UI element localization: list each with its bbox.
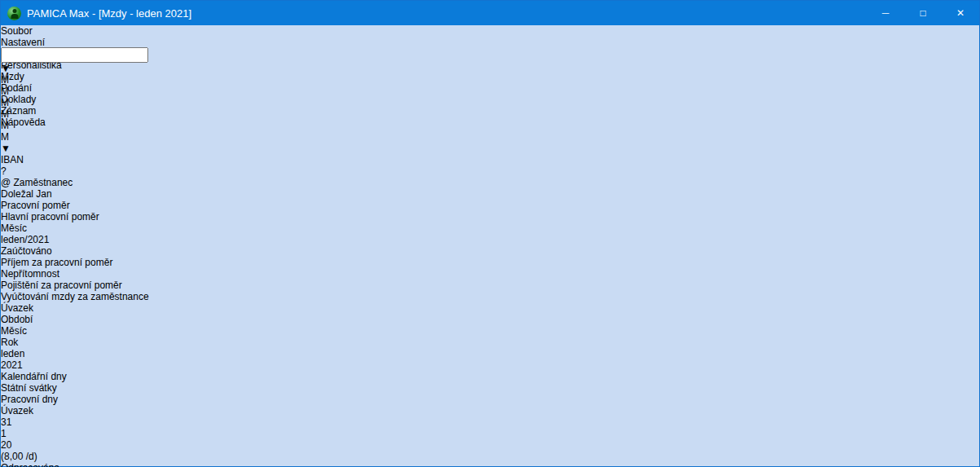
search-input[interactable] [1, 47, 148, 63]
employment-label: Pracovní poměr [1, 200, 70, 211]
field-label: Pracovní dny [1, 394, 979, 405]
agenda-mzdy-rocni-button[interactable]: M [1, 86, 979, 97]
help-cursor-icon: ? [1, 165, 7, 177]
field-label: Kalendářní dny [1, 371, 979, 382]
m-arrow-icon: M [1, 131, 9, 143]
field-value: 31 [1, 416, 979, 428]
iban-button[interactable]: IBAN [1, 154, 979, 165]
close-button[interactable]: ✕ [942, 1, 979, 25]
month-field[interactable]: leden/2021 [1, 234, 99, 245]
m-blue-icon: M [1, 108, 9, 120]
record-form: @ Zaměstnanec Doležal Jan Pracovní poměr… [1, 177, 979, 467]
agenda-vsechny-mzdy-button[interactable]: M [1, 120, 979, 131]
title-bar: PAMICA Max - [Mzdy - leden 2021] ─ □ ✕ [1, 1, 979, 25]
field-label: Rok [1, 337, 979, 348]
field-label: Státní svátky [1, 382, 979, 394]
email-at-symbol: @ [1, 177, 11, 188]
tab-prijem-za-pracovni-pomer[interactable]: Příjem za pracovní poměr [1, 257, 979, 268]
agenda-mzdy-button[interactable]: M [1, 74, 979, 86]
agenda-podani-button[interactable]: M [1, 131, 979, 143]
minimize-button[interactable]: ─ [867, 1, 904, 25]
groupbox-obdobi: Období Měsíc Rok leden 2021 Kale [1, 314, 979, 467]
field-label: Úvazek [1, 405, 979, 416]
m-red-corner-icon: M [1, 86, 9, 97]
menu-soubor[interactable]: Soubor [1, 25, 979, 37]
tab-pojisteni[interactable]: Pojištění za pracovní poměr [1, 280, 979, 291]
employee-field[interactable]: Doležal Jan [1, 188, 168, 200]
app-window: PAMICA Max - [Mzdy - leden 2021] ─ □ ✕ S… [0, 0, 980, 467]
open-folder-button[interactable]: ▼ [1, 143, 979, 154]
tab-uvazek[interactable]: Úvazek [1, 302, 979, 314]
month-label: Měsíc [1, 222, 27, 234]
tab-panel-prijem: Období Měsíc Rok leden 2021 Kale [1, 314, 979, 467]
menu-nastaveni[interactable]: Nastavení [1, 37, 979, 48]
window-title: PAMICA Max - [Mzdy - leden 2021] [27, 7, 191, 20]
context-help-button[interactable]: ? [1, 165, 979, 177]
groupbox-caption: Období [1, 314, 33, 325]
m-blue2-icon: M [1, 120, 9, 131]
value-box: leden 2021 [1, 348, 979, 371]
employee-label: Zaměstnanec [14, 177, 73, 188]
field-label: Odpracováno [1, 462, 979, 467]
agenda-mzdy-red-button[interactable]: M [1, 97, 979, 108]
field-value: (8,00 /d) [1, 451, 979, 462]
field-value: 20 [1, 439, 979, 451]
maximize-button[interactable]: □ [904, 1, 942, 25]
toolbar: ▼ M M M M M M ▼ IBAN ? [1, 47, 979, 177]
posted-label: Zaúčtováno [1, 245, 52, 257]
iban-icon: IBAN [1, 154, 24, 165]
employment-field[interactable]: Hlavní pracovní poměr [1, 211, 165, 222]
menu-bar: Soubor Nastavení Seznamy Personalistika … [1, 25, 979, 47]
field-label: Měsíc [1, 325, 979, 337]
pamica-app-icon [7, 7, 21, 20]
value-box: 31 1 20 (8,00 /d) [1, 416, 979, 462]
m-red-icon: M [1, 97, 9, 108]
tab-vyuctovani[interactable]: Vyúčtování mzdy za zaměstnance [1, 291, 979, 302]
chevron-down-icon[interactable]: ▼ [1, 63, 979, 74]
agenda-mzdy-mesic-button[interactable]: M [1, 108, 979, 120]
work-area: @ Zaměstnanec Doležal Jan Pracovní poměr… [1, 177, 979, 467]
chevron-down-icon: ▼ [1, 143, 11, 154]
tab-nepritomnost[interactable]: Nepřítomnost [1, 268, 979, 280]
field-value: 2021 [1, 359, 979, 371]
form-tabstrip: Příjem za pracovní poměr Nepřítomnost Po… [1, 257, 979, 314]
field-value: 1 [1, 428, 979, 439]
quick-search-combobox[interactable]: ▼ [1, 47, 979, 74]
field-value: leden [1, 348, 979, 359]
mzdy-m-icon: M [1, 74, 9, 86]
